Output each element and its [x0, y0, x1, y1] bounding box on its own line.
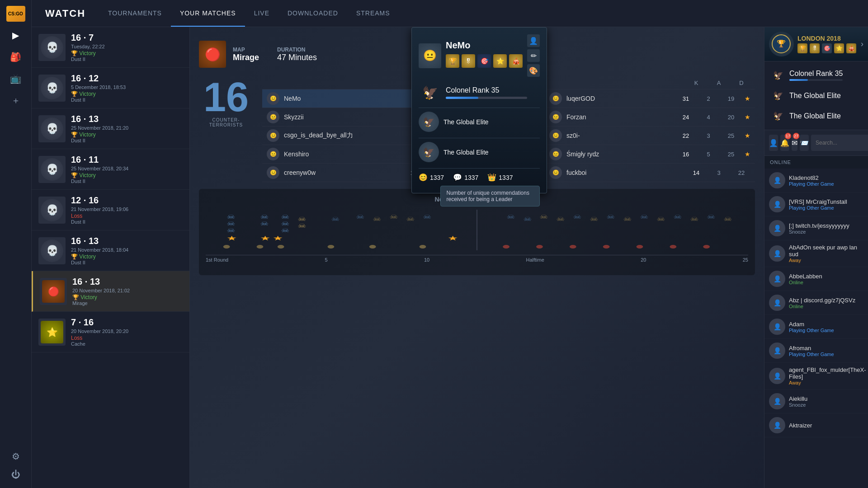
- player-a-fuckboi: 3: [710, 169, 728, 176]
- kill-dot: [637, 245, 643, 249]
- tab-live[interactable]: Live: [245, 0, 278, 27]
- leader-tooltip: Number of unique commendations received …: [440, 186, 540, 206]
- player-name-creeny[interactable]: creenyw0w: [284, 169, 400, 176]
- friend-item-adam[interactable]: 👤 Adam Playing Other Game: [764, 315, 868, 339]
- rp-invites-btn[interactable]: 📨: [800, 135, 809, 151]
- match-item[interactable]: 💀 16 · 13 25 November 2018, 21:20 🏆 Vict…: [32, 108, 189, 149]
- settings-sidebar-icon[interactable]: ⚙: [7, 447, 25, 465]
- player-a-forzan: 4: [699, 114, 717, 121]
- match-item[interactable]: 💀 16 · 13 21 November 2018, 18:04 🏆 Vict…: [32, 230, 189, 271]
- round-chart: ☠ ☠ ☠ ☠ ☠ ☠ ☠ ☠ ☠ ☠ ★ ★ ★: [206, 210, 748, 268]
- messages-badge: 27: [793, 133, 799, 139]
- friend-name-abz: Abz | discord.gg/z7jQSVz: [789, 297, 863, 304]
- map-name: Mirage: [233, 53, 259, 62]
- tab-streams[interactable]: Streams: [347, 0, 399, 27]
- player-name-sz0i[interactable]: sz0i-: [566, 132, 672, 139]
- tab-your-matches[interactable]: Your Matches: [171, 0, 245, 27]
- friend-avatar-abz: 👤: [769, 295, 785, 311]
- match-map-icon: 💀: [38, 34, 66, 61]
- friend-item-aiekillu[interactable]: 👤 Aiekillu Snooze: [764, 389, 868, 413]
- match-item[interactable]: ⭐ 7 · 16 20 November 2018, 20:20 Loss Ca…: [32, 312, 189, 352]
- kill-dot: [703, 245, 710, 249]
- match-date: 21 November 2018, 19:06: [71, 206, 183, 212]
- palette-icon-btn[interactable]: 🎨: [527, 64, 540, 77]
- round-axis: 1st Round 5 10 Halftime 20 25: [206, 255, 748, 264]
- skull-mark: ☠: [606, 214, 615, 220]
- trophy-icon-3: 🎯: [822, 43, 832, 53]
- badge-1: 🏆: [446, 54, 459, 68]
- match-map-icon: 💀: [38, 237, 66, 264]
- player-name-forzan[interactable]: Forzan: [566, 113, 672, 121]
- friends-search-input[interactable]: [811, 135, 868, 151]
- inventory-sidebar-icon[interactable]: 🎒: [7, 48, 25, 66]
- popup-gge-1: 🦅 The Global Elite: [419, 108, 540, 136]
- skull-mark: ☠: [226, 214, 236, 220]
- match-item[interactable]: 💀 16 · 7 Tuesday, 22:22 🏆 Victory Dust I…: [32, 27, 189, 68]
- popup-badges: 🏆 🎖 🎯 ⭐ 🎪: [446, 54, 523, 68]
- match-item-selected[interactable]: 🔴 16 · 13 20 November 2018, 21:02 🏆 Vict…: [32, 271, 189, 312]
- tab-downloaded[interactable]: Downloaded: [278, 0, 347, 27]
- notifications-badge: 17: [785, 133, 791, 139]
- skull-mark: ☠: [226, 227, 236, 233]
- next-button[interactable]: ›: [861, 39, 863, 49]
- rp-profile-btn[interactable]: 👤: [769, 135, 778, 151]
- rp-colonel-icon: 🦅: [770, 67, 786, 83]
- player-avatar-kenshiro: 😐: [267, 148, 279, 160]
- player-name-luqer[interactable]: luqerGOD: [566, 95, 672, 102]
- main-content: WATCH Tournaments Your Matches Live Down…: [32, 0, 868, 488]
- friend-item-abz[interactable]: 👤 Abz | discord.gg/z7jQSVz Online: [764, 291, 868, 315]
- tab-tournaments[interactable]: Tournaments: [99, 0, 171, 27]
- friend-avatar-vrs: 👤: [769, 196, 785, 212]
- player-name-smigly[interactable]: Śmigły rydz: [566, 150, 672, 158]
- match-item[interactable]: 💀 16 · 11 25 November 2018, 20:34 🏆 Vict…: [32, 149, 189, 190]
- play-sidebar-icon[interactable]: ▶: [7, 26, 25, 44]
- match-map: Dust II: [71, 56, 183, 62]
- ct-score-section: 16 COUNTER-TERRORISTS: [199, 77, 253, 182]
- player-name-fuckboi[interactable]: fuckboi: [566, 169, 683, 176]
- friend-item-abadon[interactable]: 👤 AbAdOn seek pur awp lan sud Away: [764, 240, 868, 267]
- rp-gge1-label: The Global Elite: [789, 92, 841, 100]
- friend-info-aiekillu: Aiekillu Snooze: [789, 395, 863, 408]
- friend-item-vrs[interactable]: 👤 [VRS] MrCraigTunstall Playing Other Ga…: [764, 192, 868, 216]
- kill-dot: [603, 245, 610, 249]
- ct-label: COUNTER-TERRORISTS: [199, 117, 253, 127]
- skull-mark: ☠: [707, 214, 716, 220]
- player-avatar-fuckboi: 😐: [549, 166, 562, 179]
- friend-item-aktraizer[interactable]: 👤 Aktraizer: [764, 413, 868, 437]
- edit-icon-btn[interactable]: ✏: [527, 49, 540, 62]
- match-map-icon: 💀: [38, 156, 66, 183]
- rp-notifications-btn[interactable]: 🔔 17: [780, 135, 789, 151]
- match-item[interactable]: 💀 12 · 16 21 November 2018, 19:06 Loss D…: [32, 190, 189, 230]
- skull-mark: ☠: [623, 216, 632, 222]
- rank-details: Colonel Rank 35: [446, 86, 527, 99]
- match-score: 16 · 11: [71, 155, 183, 165]
- friend-item-agent[interactable]: 👤 agent_FBI_fox_mulder[TheX-Files] Away: [764, 363, 868, 389]
- star-mark: ★: [273, 235, 283, 241]
- friend-name-abadon: AbAdOn seek pur awp lan sud: [789, 244, 863, 258]
- rp-messages-btn[interactable]: ✉ 27: [792, 135, 797, 151]
- match-item[interactable]: 💀 16 · 12 5 December 2018, 18:53 🏆 Victo…: [32, 68, 189, 108]
- friend-item-abbelabben[interactable]: 👤 AbbeLabben Online: [764, 267, 868, 291]
- rp-action-header: 👤 🔔 17 ✉ 27 📨: [764, 130, 868, 156]
- player-d-fuckboi: 22: [732, 169, 750, 176]
- friend-item-kladenot[interactable]: 👤 Kladenot82 Playing Other Game: [764, 169, 868, 192]
- friend-item-afroman[interactable]: 👤 Afroman Playing Other Game: [764, 339, 868, 363]
- friend-item-twitch[interactable]: 👤 [;] twitch.tv/jessyyyyyyy Snooze: [764, 216, 868, 240]
- profile-icon-btn[interactable]: 👤: [527, 34, 540, 47]
- trophy-icon-4: ⭐: [834, 43, 844, 53]
- player-star-sz0i: ★: [745, 132, 750, 139]
- leader-icon: 👑: [487, 173, 496, 182]
- friend-info-kladenot: Kladenot82 Playing Other Game: [789, 174, 863, 187]
- star-mark: ★: [260, 235, 271, 241]
- popup-rank-colonel: 🦅 Colonel Rank 35: [419, 81, 540, 104]
- gge-icon-2: 🦅: [419, 142, 439, 162]
- round-marker-10: 10: [424, 257, 429, 263]
- power-sidebar-icon[interactable]: ⏻: [7, 465, 25, 483]
- london-logo-svg: 🏆: [771, 34, 792, 54]
- tv-sidebar-icon[interactable]: 📺: [7, 70, 25, 88]
- popup-commend: 😊 1337 💬 1337 👑 1337 Number of unique co…: [419, 168, 540, 186]
- add-sidebar-icon[interactable]: ＋: [7, 91, 25, 109]
- match-info: 12 · 16 21 November 2018, 19:06 Loss Dus…: [71, 195, 183, 225]
- skull-mark: ☠: [423, 214, 432, 220]
- friend-status-aiekillu: Snooze: [789, 402, 863, 408]
